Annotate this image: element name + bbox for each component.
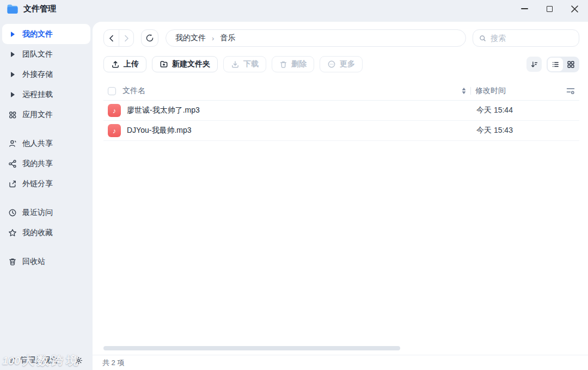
select-all-checkbox[interactable] xyxy=(108,87,116,95)
upload-button[interactable]: 上传 xyxy=(103,56,146,72)
download-button[interactable]: 下载 xyxy=(223,56,266,72)
search-box xyxy=(473,29,579,47)
column-modified[interactable]: 修改时间 xyxy=(475,86,506,96)
breadcrumb-my-files[interactable]: 我的文件 xyxy=(175,33,206,43)
caret-right-icon xyxy=(8,92,17,97)
close-button[interactable] xyxy=(566,2,583,16)
header-divider xyxy=(470,87,471,95)
sidebar-item-external-link-share[interactable]: 外链分享 xyxy=(2,174,90,194)
horizontal-scrollbar[interactable] xyxy=(103,346,400,350)
list-view-icon xyxy=(552,60,560,69)
music-note-glyph: ♪ xyxy=(113,127,117,135)
refresh-button[interactable] xyxy=(141,29,158,47)
forward-button[interactable] xyxy=(119,30,133,46)
grid-view-button[interactable] xyxy=(563,58,578,71)
titlebar: 文件管理 xyxy=(0,0,588,17)
sidebar-item-recycle-bin[interactable]: 回收站 xyxy=(2,251,90,272)
search-icon xyxy=(479,34,486,42)
upload-label: 上传 xyxy=(124,59,139,69)
new-folder-button[interactable]: 新建文件夹 xyxy=(152,56,218,72)
close-icon xyxy=(571,5,578,13)
file-modified-time: 今天 15:44 xyxy=(462,106,556,115)
column-settings-icon xyxy=(566,87,575,95)
person-icon xyxy=(8,139,17,148)
external-link-icon xyxy=(8,180,17,188)
breadcrumb-music[interactable]: 音乐 xyxy=(220,33,235,43)
toolbar: 上传 新建文件夹 下载 删除 更多 xyxy=(103,56,579,72)
sort-arrows-icon[interactable] xyxy=(462,88,466,94)
music-file-icon: ♪ xyxy=(108,124,121,137)
sidebar-item-my-shares[interactable]: 我的共享 xyxy=(2,153,90,174)
list-view-button[interactable] xyxy=(548,58,563,71)
sort-order-button[interactable] xyxy=(526,57,542,72)
navigation-bar: 我的文件 › 音乐 xyxy=(103,29,579,47)
share-icon xyxy=(8,159,17,168)
app-grid-icon xyxy=(8,110,17,119)
column-filename: 文件名 xyxy=(122,86,462,96)
file-name[interactable]: 廖世诚-我太帅了.mp3 xyxy=(127,106,462,115)
sidebar-item-remote-mount[interactable]: 远程挂载 xyxy=(2,84,90,104)
more-label: 更多 xyxy=(340,59,355,69)
more-button[interactable]: 更多 xyxy=(320,56,363,72)
sidebar-item-label: 我的收藏 xyxy=(22,228,53,238)
sidebar-item-favorites[interactable]: 我的收藏 xyxy=(2,223,90,243)
refresh-icon xyxy=(145,34,154,42)
caret-right-icon xyxy=(8,32,17,37)
breadcrumb-separator: › xyxy=(212,34,214,42)
column-settings-button[interactable] xyxy=(556,87,575,95)
new-folder-label: 新建文件夹 xyxy=(172,59,210,69)
minimize-icon xyxy=(521,8,528,9)
sidebar-item-shared-by-others[interactable]: 他人共享 xyxy=(2,133,90,153)
download-label: 下载 xyxy=(243,59,259,69)
file-row[interactable]: ♪ DJYou-我最帅.mp3 今天 15:43 xyxy=(103,121,579,141)
chevron-right-icon xyxy=(124,35,129,42)
sidebar-item-label: 他人共享 xyxy=(22,139,53,149)
download-icon xyxy=(231,60,240,69)
file-name[interactable]: DJYou-我最帅.mp3 xyxy=(127,126,462,135)
sidebar-item-app-files[interactable]: 应用文件 xyxy=(2,104,90,125)
sidebar-group-gap xyxy=(0,194,93,202)
file-modified-time: 今天 15:43 xyxy=(462,126,556,135)
new-folder-icon xyxy=(160,60,168,69)
star-icon xyxy=(8,229,17,237)
view-tools xyxy=(526,57,579,72)
caret-right-icon xyxy=(8,52,17,57)
sidebar-group-gap xyxy=(0,243,93,251)
search-input[interactable] xyxy=(491,34,573,42)
sidebar-item-label: 团队文件 xyxy=(22,50,53,59)
sidebar-item-label: 外接存储 xyxy=(22,70,53,79)
back-button[interactable] xyxy=(104,30,119,46)
sidebar-item-label: 最近访问 xyxy=(22,208,53,218)
trash-icon xyxy=(8,257,17,266)
sidebar-item-team-files[interactable]: 团队文件 xyxy=(2,44,90,64)
file-table-header: 文件名 修改时间 xyxy=(103,82,579,101)
music-file-icon: ♪ xyxy=(108,104,121,117)
more-circle-icon xyxy=(327,60,336,69)
maximize-button[interactable] xyxy=(541,2,558,16)
delete-button[interactable]: 删除 xyxy=(272,56,314,72)
app-title: 文件管理 xyxy=(23,4,56,14)
file-row[interactable]: ♪ 廖世诚-我太帅了.mp3 今天 15:44 xyxy=(103,101,579,121)
status-bar: 共 2 项 xyxy=(93,355,588,370)
grid-view-icon xyxy=(567,60,575,69)
chevron-left-icon xyxy=(109,35,114,42)
sidebar-item-label: 远程挂载 xyxy=(22,90,53,100)
sidebar: 我的文件 团队文件 外接存储 远程挂载 应用文件 他人共享 xyxy=(0,17,93,370)
main-panel: 我的文件 › 音乐 上传 新建文件夹 xyxy=(93,22,588,370)
minimize-button[interactable] xyxy=(516,2,532,16)
settings-gear-icon[interactable] xyxy=(75,356,83,365)
clock-icon xyxy=(8,208,17,217)
maximize-icon xyxy=(547,6,553,12)
music-note-glyph: ♪ xyxy=(113,107,117,115)
sidebar-item-label: 我的共享 xyxy=(22,159,53,169)
sidebar-item-recent[interactable]: 最近访问 xyxy=(2,202,90,223)
admin-view-switcher[interactable]: 管理员视角 xyxy=(0,350,93,370)
sidebar-group-gap xyxy=(0,125,93,133)
sidebar-item-external-storage[interactable]: 外接存储 xyxy=(2,64,90,84)
sort-descending-icon xyxy=(530,60,538,69)
sidebar-item-my-files[interactable]: 我的文件 xyxy=(2,24,90,44)
history-buttons xyxy=(103,29,134,47)
delete-label: 删除 xyxy=(291,59,307,69)
admin-person-icon xyxy=(8,356,16,365)
view-mode-segment xyxy=(547,57,579,72)
